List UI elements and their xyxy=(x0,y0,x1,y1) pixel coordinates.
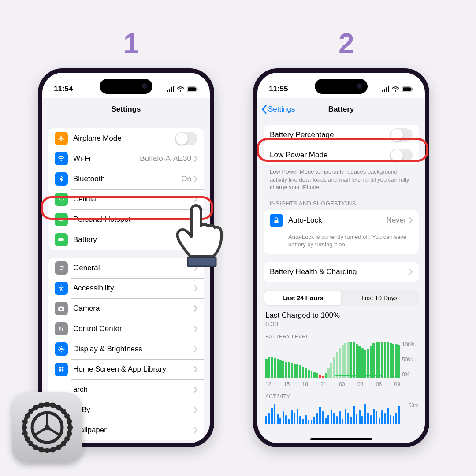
brightness-icon xyxy=(55,342,68,356)
svg-rect-21 xyxy=(412,88,413,90)
row-auto-lock[interactable]: Auto-Lock Never xyxy=(264,210,419,231)
screen-1: Settings Airplane Mode Wi-Fi Buffalo-A-A… xyxy=(42,98,210,443)
row-label: Control Center xyxy=(73,324,194,333)
row-label: Airplane Mode xyxy=(73,134,175,143)
row-label: Display & Brightness xyxy=(73,345,194,353)
chevron-right-icon xyxy=(194,156,197,162)
battery-level-header: BATTERY LEVEL xyxy=(264,327,419,342)
row-label: Camera xyxy=(73,304,194,313)
insights-group: Auto-Lock Never Auto-Lock is currently t… xyxy=(264,210,419,254)
insights-header: INSIGHTS AND SUGGESTIONS xyxy=(257,191,425,209)
segment-24-hours[interactable]: Last 24 Hours xyxy=(264,291,341,305)
row-label: Wi-Fi xyxy=(73,154,140,163)
svg-rect-31 xyxy=(67,426,73,429)
svg-rect-18 xyxy=(62,369,64,372)
chevron-right-icon xyxy=(194,196,197,202)
activity-y-label: 60m xyxy=(409,402,419,409)
status-time: 11:54 xyxy=(54,85,73,93)
chevron-right-icon xyxy=(194,285,197,291)
row-label: Accessibility xyxy=(73,284,194,293)
back-label: Settings xyxy=(268,105,295,114)
wifi-icon xyxy=(392,86,399,92)
back-button[interactable]: Settings xyxy=(261,104,295,114)
row-control-center[interactable]: Control Center xyxy=(48,319,204,339)
row-display-brightness[interactable]: Display & Brightness xyxy=(48,339,204,359)
page-title: Battery xyxy=(328,105,354,114)
last-charged-title: Last Charged to 100% xyxy=(264,311,419,320)
bolt-icon xyxy=(359,373,364,378)
chevron-right-icon xyxy=(194,366,197,372)
row-battery-percentage[interactable]: Battery Percentage xyxy=(264,125,419,145)
home-screen-icon xyxy=(55,363,68,376)
svg-rect-25 xyxy=(46,402,49,407)
svg-point-11 xyxy=(60,330,60,331)
battery-percentage-toggle[interactable] xyxy=(390,128,413,142)
control-center-icon xyxy=(55,322,68,335)
row-accessibility[interactable]: Accessibility xyxy=(48,278,204,298)
battery-icon xyxy=(187,86,198,92)
row-airplane-mode[interactable]: Airplane Mode xyxy=(48,128,204,149)
chevron-right-icon xyxy=(194,407,197,413)
battery-icon xyxy=(55,233,68,246)
dynamic-island xyxy=(100,79,152,94)
nav-bar: Settings Battery xyxy=(257,98,425,120)
svg-rect-20 xyxy=(403,87,411,91)
row-label: Auto-Lock xyxy=(288,216,387,225)
cellular-signal-icon xyxy=(382,86,390,92)
row-label: Battery Health & Charging xyxy=(270,268,409,276)
gear-icon xyxy=(55,261,68,275)
last-charged-time: 8:39 xyxy=(264,320,419,327)
settings-app-icon xyxy=(12,392,82,463)
last-charged-block: Last Charged to 100% 8:39 BATTERY LEVEL … xyxy=(264,311,419,402)
dynamic-island xyxy=(315,79,368,94)
chart-x-labels: 1215182100030609 xyxy=(265,381,400,387)
row-camera[interactable]: Camera xyxy=(48,298,204,319)
row-low-power-mode[interactable]: Low Power Mode xyxy=(264,145,419,165)
cursor-cuff xyxy=(188,257,216,266)
low-power-mode-note: Low Power Mode temporarily reduces backg… xyxy=(257,165,425,191)
row-label: Home Screen & App Library xyxy=(73,365,194,374)
chevron-left-icon xyxy=(261,104,267,114)
airplane-toggle[interactable] xyxy=(175,132,197,145)
bluetooth-icon xyxy=(55,172,68,186)
row-bluetooth[interactable]: Bluetooth On xyxy=(48,169,204,189)
cellular-signal-icon xyxy=(167,86,175,92)
svg-rect-16 xyxy=(62,367,64,369)
phone-frame-2: 11:55 Settings Battery Battery Percentag… xyxy=(253,68,429,447)
segment-10-days[interactable]: Last 10 Days xyxy=(341,291,418,305)
chevron-right-icon xyxy=(194,305,197,312)
chevron-right-icon xyxy=(194,326,197,332)
home-indicator[interactable] xyxy=(310,438,372,440)
row-label: Low Power Mode xyxy=(270,151,390,160)
row-label: Battery Percentage xyxy=(270,130,390,139)
battery-level-chart: 100% 50% 0% 1215182100030609 xyxy=(264,342,419,387)
svg-rect-12 xyxy=(62,328,63,331)
row-label: Cellular xyxy=(73,195,194,204)
row-value: On xyxy=(181,175,191,183)
chevron-right-icon xyxy=(194,387,197,393)
svg-rect-7 xyxy=(58,238,63,241)
step-number-1: 1 xyxy=(123,27,139,60)
activity-header: ACTIVITY xyxy=(264,387,419,402)
battery-icon xyxy=(402,86,413,92)
auto-lock-note: Auto-Lock is currently turned off. You c… xyxy=(264,231,419,254)
row-home-screen[interactable]: Home Screen & App Library xyxy=(48,359,204,379)
row-label: arch xyxy=(73,385,194,394)
nav-bar: Settings xyxy=(42,98,210,120)
step-number-2: 2 xyxy=(338,27,354,60)
usage-segmented-control[interactable]: Last 24 Hours Last 10 Days xyxy=(264,290,419,306)
low-power-mode-toggle[interactable] xyxy=(390,149,413,162)
row-wifi[interactable]: Wi-Fi Buffalo-A-AE30 xyxy=(48,149,204,169)
row-label: ndBy xyxy=(73,405,194,414)
row-battery-health[interactable]: Battery Health & Charging xyxy=(264,262,419,282)
chart-y-labels: 100% 50% 0% xyxy=(402,342,419,378)
svg-rect-15 xyxy=(59,367,61,369)
row-label: Wallpaper xyxy=(73,426,194,435)
wifi-icon xyxy=(177,86,184,92)
chevron-right-icon xyxy=(409,269,413,275)
screen-2: Settings Battery Battery Percentage Low … xyxy=(257,98,425,443)
chevron-right-icon xyxy=(409,217,413,223)
svg-point-14 xyxy=(60,348,63,350)
svg-rect-22 xyxy=(275,220,279,223)
svg-point-53 xyxy=(45,425,50,430)
